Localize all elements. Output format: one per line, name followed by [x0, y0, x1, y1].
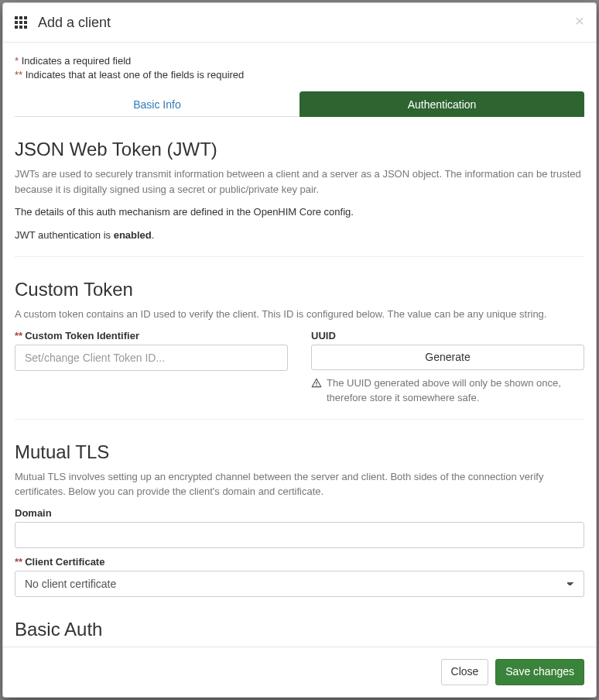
custom-token-identifier-group: **Custom Token Identifier: [15, 330, 288, 405]
required-field-note: * Indicates a required field: [15, 54, 584, 68]
jwt-section-title: JSON Web Token (JWT): [15, 139, 584, 160]
uuid-warning: The UUID generated above will only be sh…: [311, 376, 584, 404]
modal-footer: Close Save changes: [3, 647, 596, 697]
custom-token-description: A custom token contains an ID used to ve…: [15, 307, 584, 322]
tab-authentication[interactable]: Authentication: [300, 91, 584, 117]
modal-body: * Indicates a required field ** Indicate…: [3, 43, 596, 647]
add-client-modal: Add a client × * Indicates a required fi…: [2, 2, 597, 698]
generate-button[interactable]: Generate: [311, 345, 584, 371]
domain-label: Domain: [15, 507, 584, 519]
warning-icon: [311, 376, 322, 404]
client-certificate-select[interactable]: No client certificate: [15, 571, 584, 597]
save-changes-button[interactable]: Save changes: [495, 659, 584, 685]
modal-header: Add a client ×: [3, 3, 596, 43]
basic-auth-section-title: Basic Auth: [15, 619, 584, 640]
jwt-status: JWT authentication is enabled.: [15, 228, 584, 243]
close-icon[interactable]: ×: [575, 12, 584, 29]
divider: [15, 256, 584, 257]
mutual-tls-description: Mutual TLS involves setting up an encryp…: [15, 469, 584, 499]
tab-basic-info[interactable]: Basic Info: [15, 91, 300, 117]
uuid-group: UUID Generate The UUID generated above w…: [311, 330, 584, 405]
client-certificate-label: **Client Certificate: [15, 556, 584, 568]
domain-group: Domain: [15, 507, 584, 548]
uuid-label: UUID: [311, 330, 584, 341]
client-certificate-group: **Client Certificate No client certifica…: [15, 556, 584, 597]
custom-token-section-title: Custom Token: [15, 279, 584, 300]
jwt-description: JWTs are used to securely transmit infor…: [15, 166, 584, 197]
modal-title: Add a client: [38, 15, 111, 31]
domain-input[interactable]: [15, 522, 584, 548]
mutual-tls-section-title: Mutual TLS: [15, 441, 584, 463]
jwt-config-note: The details of this auth mechanism are d…: [15, 204, 584, 220]
required-one-of-note: ** Indicates that at least one of the fi…: [15, 68, 584, 82]
custom-token-identifier-input[interactable]: [15, 345, 288, 371]
tab-bar: Basic Info Authentication: [15, 91, 584, 117]
custom-token-identifier-label: **Custom Token Identifier: [15, 330, 288, 341]
close-button[interactable]: Close: [441, 659, 489, 685]
divider: [15, 419, 584, 420]
grip-icon: [15, 16, 29, 30]
